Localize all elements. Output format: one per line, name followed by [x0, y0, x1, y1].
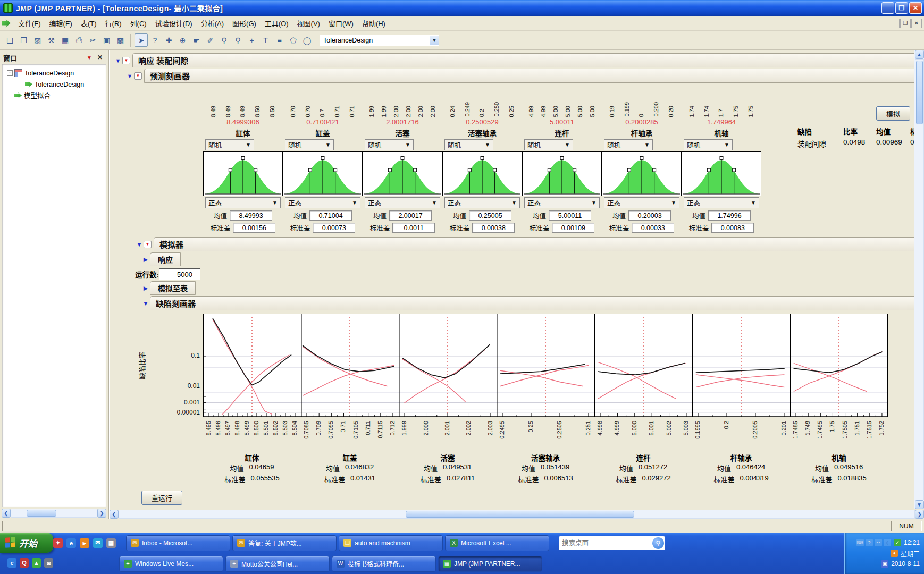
- cursor-icon[interactable]: ➤: [135, 33, 148, 47]
- factor-distribution-combobox[interactable]: 正态▼: [444, 197, 520, 208]
- script-icon[interactable]: ⚒: [45, 33, 58, 47]
- chevron-down-icon[interactable]: ▼: [402, 142, 413, 148]
- factor-mean-input[interactable]: 0.25005: [469, 210, 511, 221]
- chevron-down-icon[interactable]: ▼: [642, 142, 652, 148]
- lines-icon[interactable]: ≡: [273, 33, 286, 47]
- taskbar-task-2-4[interactable]: ▦JMP (JMP PARTNER...: [438, 556, 542, 572]
- factor-mean-input[interactable]: 0.20003: [628, 210, 671, 221]
- factor-distribution-combobox[interactable]: 正态▼: [604, 197, 679, 208]
- vertical-scrollbar-thumb[interactable]: [916, 61, 923, 124]
- chevron-down-icon[interactable]: ▼: [323, 142, 333, 148]
- taskbar-task-1-1[interactable]: ✉Inbox - Microsof...: [126, 535, 230, 551]
- oval-icon[interactable]: ◯: [300, 33, 314, 47]
- factor-mean-input[interactable]: 2.00017: [389, 210, 432, 221]
- tree-item-1[interactable]: −ToleranceDesign: [3, 67, 105, 79]
- desktop-icon[interactable]: ▦: [106, 538, 116, 548]
- factor-mean-input[interactable]: 5.00011: [549, 210, 591, 221]
- tree-item-2[interactable]: ToleranceDesign: [3, 79, 105, 90]
- factor-mode-combobox[interactable]: 随机▼: [285, 139, 334, 150]
- response-sub-header[interactable]: 响应: [150, 252, 181, 266]
- desktop-search-box[interactable]: ⚲: [559, 536, 665, 550]
- child-restore-icon[interactable]: ❐: [900, 19, 911, 28]
- vertical-scrollbar[interactable]: ▲ ▼: [914, 50, 924, 509]
- factor-distribution-combobox[interactable]: 正态▼: [365, 197, 440, 208]
- chevron-down-icon[interactable]: ▼: [509, 200, 519, 206]
- factor-mode-combobox[interactable]: 随机▼: [524, 139, 573, 150]
- factor-mode-combobox[interactable]: 随机▼: [444, 139, 493, 150]
- disclosure-triangle-icon[interactable]: ▼: [114, 57, 122, 64]
- defect-profiler-header[interactable]: 缺陷刻画器: [150, 296, 914, 310]
- factor-distribution-plot[interactable]: [442, 151, 522, 196]
- menu-item-5[interactable]: 列(C): [126, 16, 151, 30]
- taskbar-task-1-3[interactable]: ❏auto and machnism: [339, 535, 443, 551]
- menu-item-3[interactable]: 表(T): [77, 16, 101, 30]
- menu-item-11[interactable]: 窗口(W): [324, 16, 358, 30]
- brush-icon[interactable]: ✐: [204, 33, 217, 47]
- shield-icon[interactable]: ✓: [894, 539, 901, 546]
- search-icon[interactable]: ⚲: [652, 537, 664, 549]
- text-icon[interactable]: T: [259, 33, 272, 47]
- menu-item-2[interactable]: 编辑(E): [45, 16, 77, 30]
- report-menu-icon[interactable]: ▼: [122, 57, 130, 64]
- disclosure-triangle-icon[interactable]: ▼: [135, 241, 144, 248]
- menu-item-4[interactable]: 行(R): [101, 16, 126, 30]
- child-minimize-icon[interactable]: _: [889, 19, 900, 28]
- quicktime-icon[interactable]: Q: [20, 558, 29, 568]
- tree-expander-icon[interactable]: −: [7, 70, 13, 76]
- menu-item-12[interactable]: 帮助(H): [358, 16, 390, 30]
- chevron-down-icon[interactable]: ▼: [482, 142, 493, 148]
- factor-distribution-plot[interactable]: [522, 151, 602, 196]
- document-icon[interactable]: [2, 19, 11, 28]
- messenger-tray-icon[interactable]: ✦: [891, 550, 898, 557]
- rerun-button[interactable]: 重运行: [141, 491, 182, 505]
- defect-panel-plot[interactable]: [594, 314, 692, 419]
- taskbar-task-2-2[interactable]: ✦Motto公关公司Hel...: [225, 556, 330, 572]
- factor-mode-combobox[interactable]: 随机▼: [205, 139, 254, 150]
- defect-panel-plot[interactable]: [301, 314, 399, 419]
- ie2-icon[interactable]: e: [7, 558, 16, 568]
- restore-button[interactable]: ❐: [895, 2, 908, 14]
- chevron-down-icon[interactable]: ▼: [562, 142, 573, 148]
- taskbar-task-2-1[interactable]: ✦Windows Live Mes...: [119, 556, 223, 572]
- defect-panel-plot[interactable]: [497, 314, 594, 419]
- chevron-down-icon[interactable]: ▼: [668, 200, 679, 206]
- close-button[interactable]: ✕: [909, 2, 922, 14]
- chevron-down-icon[interactable]: ▼: [748, 200, 759, 206]
- factor-std-input[interactable]: 0.00073: [313, 223, 355, 233]
- menu-item-1[interactable]: 文件(F): [14, 16, 45, 30]
- menu-item-10[interactable]: 视图(V): [293, 16, 324, 30]
- panel-menu-icon[interactable]: ▼: [83, 55, 95, 61]
- taskbar-task-1-4[interactable]: XMicrosoft Excel ...: [445, 535, 549, 551]
- panel-close-icon[interactable]: ✕: [95, 54, 105, 61]
- new-icon[interactable]: ❑: [3, 33, 16, 47]
- green-app-icon[interactable]: ▲: [32, 558, 41, 568]
- search-input[interactable]: [559, 539, 652, 547]
- defect-panel-plot[interactable]: [790, 314, 888, 419]
- globe-icon[interactable]: ⊕: [176, 33, 189, 47]
- factor-distribution-plot[interactable]: [203, 151, 283, 196]
- factor-mean-input[interactable]: 1.74996: [708, 210, 751, 221]
- scroll-up-icon[interactable]: ▲: [915, 50, 924, 59]
- crosshair-icon[interactable]: +: [245, 33, 258, 47]
- outlook-icon[interactable]: ✉: [93, 538, 103, 548]
- messenger-icon[interactable]: ✦: [53, 538, 63, 548]
- factor-distribution-combobox[interactable]: 正态▼: [285, 197, 360, 208]
- simulate-button[interactable]: 模拟: [876, 106, 910, 121]
- factor-std-input[interactable]: 0.00083: [711, 223, 754, 233]
- minimize-button[interactable]: _: [881, 2, 894, 14]
- platform-combobox[interactable]: ToleranceDesign ▼: [320, 35, 439, 46]
- horizontal-scrollbar-thumb[interactable]: [406, 511, 634, 518]
- tree-scrollbar-thumb[interactable]: [27, 510, 56, 517]
- cut-icon[interactable]: ✂: [86, 33, 99, 47]
- factor-mode-combobox[interactable]: 随机▼: [684, 139, 733, 150]
- factor-distribution-plot[interactable]: [363, 151, 442, 196]
- zoom-out-icon[interactable]: ⚲: [231, 33, 245, 47]
- chevron-down-icon[interactable]: ▼: [430, 36, 439, 45]
- chevron-down-icon[interactable]: ▼: [349, 200, 360, 206]
- copy-icon[interactable]: ▣: [100, 33, 113, 47]
- media-player-icon[interactable]: ►: [80, 538, 89, 548]
- child-close-icon[interactable]: ✕: [911, 19, 922, 28]
- start-button[interactable]: 开始: [0, 533, 53, 553]
- hand-icon[interactable]: ☛: [190, 33, 203, 47]
- disclosure-triangle-icon[interactable]: ▼: [141, 300, 150, 307]
